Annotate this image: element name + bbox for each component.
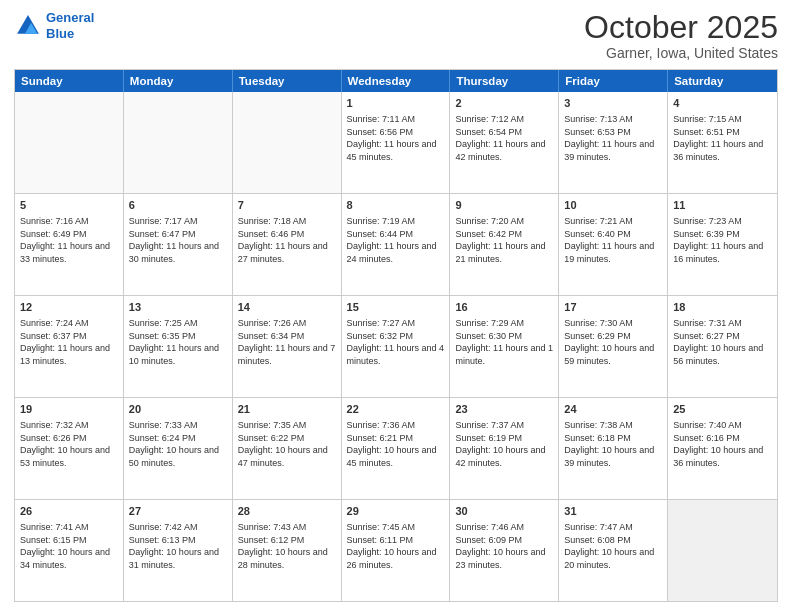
header: General Blue October 2025 Garner, Iowa, … — [14, 10, 778, 61]
logo: General Blue — [14, 10, 94, 41]
day-cell-20: 20Sunrise: 7:33 AMSunset: 6:24 PMDayligh… — [124, 398, 233, 499]
cell-info: Sunrise: 7:33 AMSunset: 6:24 PMDaylight:… — [129, 419, 227, 469]
cell-info: Sunrise: 7:19 AMSunset: 6:44 PMDaylight:… — [347, 215, 445, 265]
day-cell-6: 6Sunrise: 7:17 AMSunset: 6:47 PMDaylight… — [124, 194, 233, 295]
day-number: 25 — [673, 402, 772, 417]
cell-info: Sunrise: 7:24 AMSunset: 6:37 PMDaylight:… — [20, 317, 118, 367]
day-cell-1: 1Sunrise: 7:11 AMSunset: 6:56 PMDaylight… — [342, 92, 451, 193]
cell-info: Sunrise: 7:35 AMSunset: 6:22 PMDaylight:… — [238, 419, 336, 469]
day-cell-27: 27Sunrise: 7:42 AMSunset: 6:13 PMDayligh… — [124, 500, 233, 601]
day-number: 22 — [347, 402, 445, 417]
cell-info: Sunrise: 7:31 AMSunset: 6:27 PMDaylight:… — [673, 317, 772, 367]
day-number: 23 — [455, 402, 553, 417]
header-cell-friday: Friday — [559, 70, 668, 92]
cell-info: Sunrise: 7:18 AMSunset: 6:46 PMDaylight:… — [238, 215, 336, 265]
day-number: 10 — [564, 198, 662, 213]
header-cell-saturday: Saturday — [668, 70, 777, 92]
cell-info: Sunrise: 7:42 AMSunset: 6:13 PMDaylight:… — [129, 521, 227, 571]
day-cell-10: 10Sunrise: 7:21 AMSunset: 6:40 PMDayligh… — [559, 194, 668, 295]
cell-info: Sunrise: 7:11 AMSunset: 6:56 PMDaylight:… — [347, 113, 445, 163]
empty-cell — [15, 92, 124, 193]
cell-info: Sunrise: 7:40 AMSunset: 6:16 PMDaylight:… — [673, 419, 772, 469]
day-number: 4 — [673, 96, 772, 111]
header-cell-tuesday: Tuesday — [233, 70, 342, 92]
logo-line1: General — [46, 10, 94, 25]
day-cell-13: 13Sunrise: 7:25 AMSunset: 6:35 PMDayligh… — [124, 296, 233, 397]
empty-cell — [124, 92, 233, 193]
day-cell-29: 29Sunrise: 7:45 AMSunset: 6:11 PMDayligh… — [342, 500, 451, 601]
day-number: 31 — [564, 504, 662, 519]
day-cell-23: 23Sunrise: 7:37 AMSunset: 6:19 PMDayligh… — [450, 398, 559, 499]
title-block: October 2025 Garner, Iowa, United States — [584, 10, 778, 61]
day-cell-9: 9Sunrise: 7:20 AMSunset: 6:42 PMDaylight… — [450, 194, 559, 295]
cell-info: Sunrise: 7:16 AMSunset: 6:49 PMDaylight:… — [20, 215, 118, 265]
day-number: 6 — [129, 198, 227, 213]
cell-info: Sunrise: 7:23 AMSunset: 6:39 PMDaylight:… — [673, 215, 772, 265]
day-cell-24: 24Sunrise: 7:38 AMSunset: 6:18 PMDayligh… — [559, 398, 668, 499]
day-cell-26: 26Sunrise: 7:41 AMSunset: 6:15 PMDayligh… — [15, 500, 124, 601]
cell-info: Sunrise: 7:17 AMSunset: 6:47 PMDaylight:… — [129, 215, 227, 265]
day-cell-7: 7Sunrise: 7:18 AMSunset: 6:46 PMDaylight… — [233, 194, 342, 295]
cell-info: Sunrise: 7:38 AMSunset: 6:18 PMDaylight:… — [564, 419, 662, 469]
empty-cell — [668, 500, 777, 601]
cell-info: Sunrise: 7:12 AMSunset: 6:54 PMDaylight:… — [455, 113, 553, 163]
day-number: 13 — [129, 300, 227, 315]
cell-info: Sunrise: 7:27 AMSunset: 6:32 PMDaylight:… — [347, 317, 445, 367]
day-cell-31: 31Sunrise: 7:47 AMSunset: 6:08 PMDayligh… — [559, 500, 668, 601]
header-cell-wednesday: Wednesday — [342, 70, 451, 92]
day-number: 19 — [20, 402, 118, 417]
day-cell-19: 19Sunrise: 7:32 AMSunset: 6:26 PMDayligh… — [15, 398, 124, 499]
day-number: 3 — [564, 96, 662, 111]
cell-info: Sunrise: 7:32 AMSunset: 6:26 PMDaylight:… — [20, 419, 118, 469]
day-number: 28 — [238, 504, 336, 519]
day-number: 24 — [564, 402, 662, 417]
calendar: SundayMondayTuesdayWednesdayThursdayFrid… — [14, 69, 778, 602]
day-number: 15 — [347, 300, 445, 315]
logo-text: General Blue — [46, 10, 94, 41]
day-cell-18: 18Sunrise: 7:31 AMSunset: 6:27 PMDayligh… — [668, 296, 777, 397]
cell-info: Sunrise: 7:21 AMSunset: 6:40 PMDaylight:… — [564, 215, 662, 265]
cell-info: Sunrise: 7:46 AMSunset: 6:09 PMDaylight:… — [455, 521, 553, 571]
logo-line2: Blue — [46, 26, 74, 41]
header-cell-sunday: Sunday — [15, 70, 124, 92]
day-cell-12: 12Sunrise: 7:24 AMSunset: 6:37 PMDayligh… — [15, 296, 124, 397]
day-cell-30: 30Sunrise: 7:46 AMSunset: 6:09 PMDayligh… — [450, 500, 559, 601]
day-cell-15: 15Sunrise: 7:27 AMSunset: 6:32 PMDayligh… — [342, 296, 451, 397]
day-cell-3: 3Sunrise: 7:13 AMSunset: 6:53 PMDaylight… — [559, 92, 668, 193]
calendar-week-1: 1Sunrise: 7:11 AMSunset: 6:56 PMDaylight… — [15, 92, 777, 194]
calendar-header: SundayMondayTuesdayWednesdayThursdayFrid… — [15, 70, 777, 92]
day-cell-22: 22Sunrise: 7:36 AMSunset: 6:21 PMDayligh… — [342, 398, 451, 499]
header-cell-monday: Monday — [124, 70, 233, 92]
calendar-week-5: 26Sunrise: 7:41 AMSunset: 6:15 PMDayligh… — [15, 500, 777, 601]
day-cell-14: 14Sunrise: 7:26 AMSunset: 6:34 PMDayligh… — [233, 296, 342, 397]
day-cell-25: 25Sunrise: 7:40 AMSunset: 6:16 PMDayligh… — [668, 398, 777, 499]
day-cell-11: 11Sunrise: 7:23 AMSunset: 6:39 PMDayligh… — [668, 194, 777, 295]
day-cell-28: 28Sunrise: 7:43 AMSunset: 6:12 PMDayligh… — [233, 500, 342, 601]
calendar-body: 1Sunrise: 7:11 AMSunset: 6:56 PMDaylight… — [15, 92, 777, 601]
empty-cell — [233, 92, 342, 193]
day-number: 7 — [238, 198, 336, 213]
cell-info: Sunrise: 7:43 AMSunset: 6:12 PMDaylight:… — [238, 521, 336, 571]
day-number: 17 — [564, 300, 662, 315]
day-cell-16: 16Sunrise: 7:29 AMSunset: 6:30 PMDayligh… — [450, 296, 559, 397]
day-number: 20 — [129, 402, 227, 417]
day-cell-17: 17Sunrise: 7:30 AMSunset: 6:29 PMDayligh… — [559, 296, 668, 397]
cell-info: Sunrise: 7:47 AMSunset: 6:08 PMDaylight:… — [564, 521, 662, 571]
day-cell-2: 2Sunrise: 7:12 AMSunset: 6:54 PMDaylight… — [450, 92, 559, 193]
day-number: 2 — [455, 96, 553, 111]
cell-info: Sunrise: 7:41 AMSunset: 6:15 PMDaylight:… — [20, 521, 118, 571]
calendar-week-2: 5Sunrise: 7:16 AMSunset: 6:49 PMDaylight… — [15, 194, 777, 296]
day-number: 11 — [673, 198, 772, 213]
cell-info: Sunrise: 7:25 AMSunset: 6:35 PMDaylight:… — [129, 317, 227, 367]
day-number: 14 — [238, 300, 336, 315]
logo-icon — [14, 12, 42, 40]
header-cell-thursday: Thursday — [450, 70, 559, 92]
cell-info: Sunrise: 7:20 AMSunset: 6:42 PMDaylight:… — [455, 215, 553, 265]
cell-info: Sunrise: 7:45 AMSunset: 6:11 PMDaylight:… — [347, 521, 445, 571]
day-number: 30 — [455, 504, 553, 519]
day-number: 5 — [20, 198, 118, 213]
day-cell-4: 4Sunrise: 7:15 AMSunset: 6:51 PMDaylight… — [668, 92, 777, 193]
day-cell-8: 8Sunrise: 7:19 AMSunset: 6:44 PMDaylight… — [342, 194, 451, 295]
location: Garner, Iowa, United States — [584, 45, 778, 61]
day-number: 12 — [20, 300, 118, 315]
